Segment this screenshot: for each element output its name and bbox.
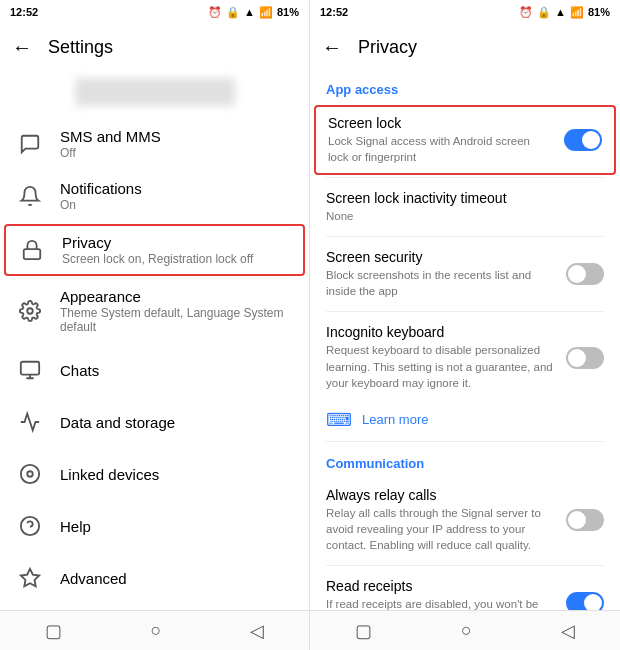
sidebar-item-data[interactable]: Data and storage <box>0 396 309 448</box>
left-bottom-nav: ▢ ○ ◁ <box>0 610 309 650</box>
battery-text-r: 81% <box>588 6 610 18</box>
left-panel: 12:52 ⏰ 🔒 ▲ 📶 81% ← Settings SMS and MMS… <box>0 0 310 650</box>
incognito-text: Incognito keyboard Request keyboard to d… <box>326 324 554 390</box>
screen-lock-subtitle: Lock Signal access with Android screen l… <box>328 133 552 165</box>
sms-title: SMS and MMS <box>60 128 293 145</box>
right-nav-circle[interactable]: ○ <box>461 620 472 641</box>
notifications-icon <box>16 182 44 210</box>
screen-lock-title: Screen lock <box>328 115 552 131</box>
divider-1 <box>326 177 604 178</box>
relay-calls-toggle[interactable] <box>566 509 604 531</box>
alarm-icon: ⏰ <box>208 6 222 19</box>
signal-icon-r: 📶 <box>570 6 584 19</box>
relay-calls-subtitle: Relay all calls through the Signal serve… <box>326 505 554 553</box>
svg-point-1 <box>27 308 33 314</box>
data-text: Data and storage <box>60 414 293 431</box>
profile-section <box>0 70 309 118</box>
screen-lock-timeout-title: Screen lock inactivity timeout <box>326 190 604 206</box>
left-nav-circle[interactable]: ○ <box>151 620 162 641</box>
relay-calls-title: Always relay calls <box>326 487 554 503</box>
sidebar-item-advanced[interactable]: Advanced <box>0 552 309 604</box>
svg-rect-2 <box>21 362 39 375</box>
advanced-title: Advanced <box>60 570 293 587</box>
screen-security-title: Screen security <box>326 249 554 265</box>
linked-text: Linked devices <box>60 466 293 483</box>
divider-2 <box>326 236 604 237</box>
left-title: Settings <box>48 37 113 58</box>
sidebar-item-chats[interactable]: Chats <box>0 344 309 396</box>
read-receipts-title: Read receipts <box>326 578 554 594</box>
battery-text: 81% <box>277 6 299 18</box>
privacy-item-read-receipts[interactable]: Read receipts If read receipts are disab… <box>310 568 620 610</box>
relay-calls-text: Always relay calls Relay all calls throu… <box>326 487 554 553</box>
right-top-bar: ← Privacy <box>310 24 620 70</box>
help-icon <box>16 512 44 540</box>
incognito-toggle[interactable] <box>566 347 604 369</box>
left-status-bar: 12:52 ⏰ 🔒 ▲ 📶 81% <box>0 0 309 24</box>
lock-icon: 🔒 <box>226 6 240 19</box>
privacy-subtitle: Screen lock on, Registration lock off <box>62 252 291 266</box>
chats-title: Chats <box>60 362 293 379</box>
help-title: Help <box>60 518 293 535</box>
right-nav-back[interactable]: ◁ <box>561 620 575 642</box>
privacy-settings-list: App access Screen lock Lock Signal acces… <box>310 70 620 610</box>
svg-marker-7 <box>21 569 39 586</box>
sidebar-item-help[interactable]: Help <box>0 500 309 552</box>
alarm-icon-r: ⏰ <box>519 6 533 19</box>
keyboard-icon: ⌨ <box>326 409 352 431</box>
sidebar-item-appearance[interactable]: Appearance Theme System default, Languag… <box>0 278 309 344</box>
data-title: Data and storage <box>60 414 293 431</box>
left-nav-square[interactable]: ▢ <box>45 620 62 642</box>
divider-5 <box>326 565 604 566</box>
screen-security-toggle[interactable] <box>566 263 604 285</box>
appearance-text: Appearance Theme System default, Languag… <box>60 288 293 334</box>
privacy-item-screen-lock[interactable]: Screen lock Lock Signal access with Andr… <box>314 105 616 175</box>
read-receipts-subtitle: If read receipts are disabled, you won't… <box>326 596 554 610</box>
screen-lock-toggle[interactable] <box>564 129 602 151</box>
sidebar-item-donate[interactable]: Donate to Signal ↗ <box>0 604 309 610</box>
sidebar-item-sms[interactable]: SMS and MMS Off <box>0 118 309 170</box>
appearance-icon <box>16 297 44 325</box>
sms-text: SMS and MMS Off <box>60 128 293 160</box>
chats-icon <box>16 356 44 384</box>
left-settings-list: SMS and MMS Off Notifications On Privacy… <box>0 118 309 610</box>
advanced-text: Advanced <box>60 570 293 587</box>
right-panel: 12:52 ⏰ 🔒 ▲ 📶 81% ← Privacy App access S… <box>310 0 620 650</box>
data-icon <box>16 408 44 436</box>
privacy-text: Privacy Screen lock on, Registration loc… <box>62 234 291 266</box>
help-text: Help <box>60 518 293 535</box>
divider-4 <box>326 441 604 442</box>
sidebar-item-privacy[interactable]: Privacy Screen lock on, Registration loc… <box>4 224 305 276</box>
right-status-bar: 12:52 ⏰ 🔒 ▲ 📶 81% <box>310 0 620 24</box>
privacy-item-incognito[interactable]: Incognito keyboard Request keyboard to d… <box>310 314 620 400</box>
incognito-title: Incognito keyboard <box>326 324 554 340</box>
right-status-icons: ⏰ 🔒 ▲ 📶 81% <box>519 6 610 19</box>
svg-point-3 <box>21 465 39 483</box>
left-nav-back[interactable]: ◁ <box>250 620 264 642</box>
svg-point-4 <box>27 471 33 477</box>
left-top-bar: ← Settings <box>0 24 309 70</box>
privacy-item-screen-security[interactable]: Screen security Block screenshots in the… <box>310 239 620 309</box>
chats-text: Chats <box>60 362 293 379</box>
screen-security-subtitle: Block screenshots in the recents list an… <box>326 267 554 299</box>
screen-lock-timeout-text: Screen lock inactivity timeout None <box>326 190 604 224</box>
learn-more-row[interactable]: ⌨ Learn more <box>310 401 620 439</box>
sidebar-item-linked-devices[interactable]: Linked devices <box>0 448 309 500</box>
privacy-title: Privacy <box>62 234 291 251</box>
read-receipts-toggle[interactable] <box>566 592 604 610</box>
back-button[interactable]: ← <box>12 36 32 59</box>
sidebar-item-notifications[interactable]: Notifications On <box>0 170 309 222</box>
screen-lock-text: Screen lock Lock Signal access with Andr… <box>328 115 552 165</box>
advanced-icon <box>16 564 44 592</box>
notifications-subtitle: On <box>60 198 293 212</box>
notifications-title: Notifications <box>60 180 293 197</box>
right-title: Privacy <box>358 37 417 58</box>
privacy-item-relay-calls[interactable]: Always relay calls Relay all calls throu… <box>310 477 620 563</box>
divider-3 <box>326 311 604 312</box>
appearance-subtitle: Theme System default, Language System de… <box>60 306 293 334</box>
app-access-header: App access <box>310 70 620 103</box>
right-back-button[interactable]: ← <box>322 36 342 59</box>
privacy-item-screen-lock-timeout[interactable]: Screen lock inactivity timeout None <box>310 180 620 234</box>
appearance-title: Appearance <box>60 288 293 305</box>
right-nav-square[interactable]: ▢ <box>355 620 372 642</box>
